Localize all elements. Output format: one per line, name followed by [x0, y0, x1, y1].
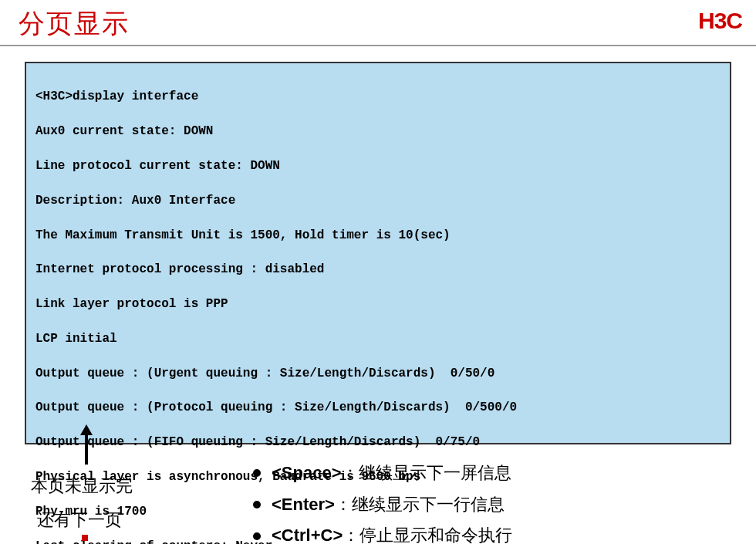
terminal-line: Internet protocol processing : disabled [35, 261, 730, 278]
hint-desc: ：继续显示下一屏信息 [342, 463, 511, 482]
arrow-up-icon [79, 424, 94, 465]
terminal-line: Description: Aux0 Interface [35, 192, 730, 209]
hint-enter: <Enter>：继续显示下一行信息 [253, 489, 512, 521]
terminal-output: <H3C>display interface Aux0 current stat… [25, 62, 731, 444]
bullet-icon [253, 469, 261, 477]
terminal-line: Output queue : (Protocol queuing : Size/… [35, 399, 730, 416]
hint-ctrlc: <Ctrl+C>：停止显示和命令执行 [253, 520, 512, 544]
bullet-icon [253, 501, 261, 509]
hint-space: <Space>：继续显示下一屏信息 [253, 458, 512, 489]
hint-key: <Space> [272, 463, 342, 482]
key-hints-list: <Space>：继续显示下一屏信息 <Enter>：继续显示下一行信息 <Ctr… [253, 458, 512, 544]
terminal-line: The Maximum Transmit Unit is 1500, Hold … [35, 227, 730, 244]
terminal-line: <H3C>display interface [35, 88, 730, 105]
annotation-line-1: 本页未显示完 [31, 469, 133, 503]
h3c-logo: H3C [698, 8, 742, 34]
terminal-line: LCP initial [35, 330, 730, 347]
red-marker [82, 535, 88, 541]
annotation-arrow [79, 424, 94, 465]
terminal-line: Link layer protocol is PPP [35, 296, 730, 313]
svg-marker-0 [80, 424, 93, 465]
annotation-left: 本页未显示完 还有下一页 [31, 469, 133, 537]
hint-key: <Ctrl+C> [272, 525, 343, 544]
header-divider [0, 45, 756, 46]
page-title: 分页显示 [19, 6, 130, 42]
annotation-line-2: 还有下一页 [37, 503, 133, 537]
terminal-line: Output queue : (FIFO queuing : Size/Leng… [35, 434, 730, 451]
bullet-icon [253, 532, 261, 540]
hint-key: <Enter> [272, 495, 335, 514]
terminal-line: Aux0 current state: DOWN [35, 123, 730, 140]
terminal-line: Output queue : (Urgent queuing : Size/Le… [35, 365, 730, 382]
hint-desc: ：停止显示和命令执行 [343, 525, 512, 544]
hint-desc: ：继续显示下一行信息 [335, 495, 505, 514]
slide-header: 分页显示 H3C [0, 0, 756, 42]
terminal-line: Line protocol current state: DOWN [35, 157, 730, 174]
